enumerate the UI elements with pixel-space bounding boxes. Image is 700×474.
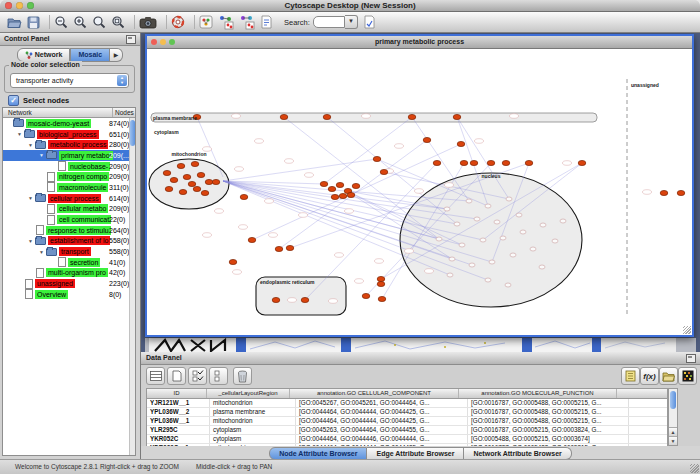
network-node[interactable] xyxy=(539,265,545,269)
tree-column-network[interactable]: Network xyxy=(3,108,113,117)
network-node-selected[interactable] xyxy=(323,114,331,119)
tree-row[interactable]: macromolecule311(0) xyxy=(3,182,135,193)
network-node[interactable] xyxy=(494,220,500,224)
window-resize-grip[interactable] xyxy=(690,464,699,473)
network-node-selected[interactable] xyxy=(378,296,386,301)
network-canvas-svg[interactable]: plasma membranecytoplasmmitochondrionnuc… xyxy=(147,49,692,335)
attribute-table-button[interactable] xyxy=(146,367,165,385)
node-color-dropdown[interactable]: transporter activity ▲▼ xyxy=(10,73,129,88)
help-button[interactable] xyxy=(171,13,185,31)
network-node-selected[interactable] xyxy=(183,174,191,179)
close-icon[interactable] xyxy=(5,2,12,9)
network-node-selected[interactable] xyxy=(347,192,355,197)
tree-row[interactable]: ▼cellular process614(0) xyxy=(3,193,135,204)
network-node[interactable] xyxy=(436,237,442,241)
network-node[interactable] xyxy=(510,253,516,257)
search-input[interactable] xyxy=(313,16,345,28)
network-node-selected[interactable] xyxy=(201,190,209,195)
minimize-icon[interactable] xyxy=(16,2,23,9)
tree-row[interactable]: ▼primary metabol209(... xyxy=(3,150,135,161)
network-node-selected[interactable] xyxy=(460,160,468,165)
network-node[interactable] xyxy=(480,238,486,242)
tree-row[interactable]: Overview8(0) xyxy=(3,289,135,300)
attribute-editor-button[interactable] xyxy=(621,367,640,385)
zoom-out-button[interactable] xyxy=(54,13,68,31)
network-node[interactable] xyxy=(500,236,506,240)
network-node[interactable] xyxy=(485,278,491,282)
tree-row[interactable]: secretion41(0) xyxy=(3,257,135,268)
table-column-header[interactable]: annotation.GO MOLECULAR_FUNCTION xyxy=(459,389,617,398)
network-node[interactable] xyxy=(506,197,512,201)
node-chart-button[interactable] xyxy=(199,13,213,31)
table-column-header[interactable]: ID xyxy=(147,389,207,398)
tree-row[interactable]: ▼transport558(0) xyxy=(3,246,135,257)
network-node[interactable] xyxy=(530,247,536,251)
expand-arrow-icon[interactable]: ▼ xyxy=(39,247,46,257)
unselect-attributes-button[interactable] xyxy=(209,367,228,385)
frame-close-icon[interactable] xyxy=(151,39,157,45)
network-node[interactable] xyxy=(485,204,491,208)
network-node[interactable] xyxy=(449,257,455,261)
table-row[interactable]: YPL036W__1mitochondrion[GO:0044464, GO:0… xyxy=(147,417,667,426)
network-node-selected[interactable] xyxy=(487,160,495,165)
tabs-overflow-arrow[interactable]: ▶ xyxy=(110,48,123,62)
tree-scrollbar-thumb[interactable] xyxy=(130,120,135,146)
network-node-selected[interactable] xyxy=(240,194,248,199)
network-node-selected[interactable] xyxy=(502,160,510,165)
network-link-a-button[interactable] xyxy=(218,13,234,31)
network-node[interactable] xyxy=(474,217,480,221)
tree-scrollbar[interactable] xyxy=(129,118,135,455)
network-link-b-button[interactable] xyxy=(239,13,255,31)
network-node-selected[interactable] xyxy=(453,114,461,119)
table-row[interactable]: YJR121W__1mitochondrion[GO:0045267, GO:0… xyxy=(147,399,667,408)
tree-row[interactable]: nucleobase-209(0) xyxy=(3,161,135,172)
network-node-selected[interactable] xyxy=(352,183,360,188)
tree-row[interactable]: cellular metabo209(0) xyxy=(3,204,135,215)
search-dropdown-arrow[interactable]: ▼ xyxy=(345,15,358,29)
network-node[interactable] xyxy=(505,283,511,287)
network-node[interactable] xyxy=(454,222,460,226)
scroll-up-icon[interactable]: ▲ xyxy=(669,427,677,436)
network-node-selected[interactable] xyxy=(193,186,201,191)
network-node-selected[interactable] xyxy=(525,160,533,165)
tree-row[interactable]: unassigned223(0) xyxy=(3,278,135,289)
matrix-view-button[interactable] xyxy=(678,367,697,385)
network-node-selected[interactable] xyxy=(248,237,256,242)
tree-row[interactable]: multi-organism pro42(0) xyxy=(3,268,135,279)
network-node[interactable] xyxy=(540,223,546,227)
network-node-selected[interactable] xyxy=(229,259,237,264)
network-node-selected[interactable] xyxy=(377,276,385,281)
delete-attribute-button[interactable] xyxy=(233,367,252,385)
network-node-selected[interactable] xyxy=(163,170,171,175)
window-titlebar[interactable]: Cytoscape Desktop (New Session) xyxy=(0,0,700,12)
tab-mosaic[interactable]: Mosaic xyxy=(70,48,110,62)
network-node-selected[interactable] xyxy=(320,181,328,186)
network-node-selected[interactable] xyxy=(212,179,220,184)
expand-arrow-icon[interactable]: ▼ xyxy=(39,150,46,160)
tree-column-nodes[interactable]: Nodes xyxy=(113,108,135,117)
network-node-selected[interactable] xyxy=(373,156,381,161)
zoom-selected-button[interactable] xyxy=(92,13,106,31)
network-node-selected[interactable] xyxy=(377,281,385,286)
table-row[interactable]: YKR052Ccytoplasm[GO:0044464, GO:0044446,… xyxy=(147,435,667,444)
network-node-selected[interactable] xyxy=(280,114,288,119)
table-row[interactable]: YPL036W__2plasma membrane[GO:0044464, GO… xyxy=(147,408,667,417)
expand-arrow-icon[interactable]: ▼ xyxy=(28,140,35,150)
network-node-selected[interactable] xyxy=(660,190,668,195)
network-node-selected[interactable] xyxy=(272,297,280,302)
network-node-selected[interactable] xyxy=(197,172,205,177)
network-node[interactable] xyxy=(552,239,558,243)
tree-row[interactable]: mosaic-demo-yeast874(0) xyxy=(3,118,135,129)
network-node-selected[interactable] xyxy=(336,182,344,187)
network-node-selected[interactable] xyxy=(179,189,187,194)
network-node-selected[interactable] xyxy=(339,193,347,198)
network-node-selected[interactable] xyxy=(362,293,370,298)
advanced-search-button[interactable] xyxy=(363,13,376,31)
tree-row[interactable]: cell communicat22(0) xyxy=(3,214,135,225)
network-node-selected[interactable] xyxy=(328,186,336,191)
tab-network[interactable]: Network xyxy=(17,48,71,62)
network-node[interactable] xyxy=(469,263,475,267)
network-node-selected[interactable] xyxy=(170,177,178,182)
network-node-selected[interactable] xyxy=(286,245,294,250)
expand-arrow-icon[interactable]: ▼ xyxy=(17,129,24,139)
